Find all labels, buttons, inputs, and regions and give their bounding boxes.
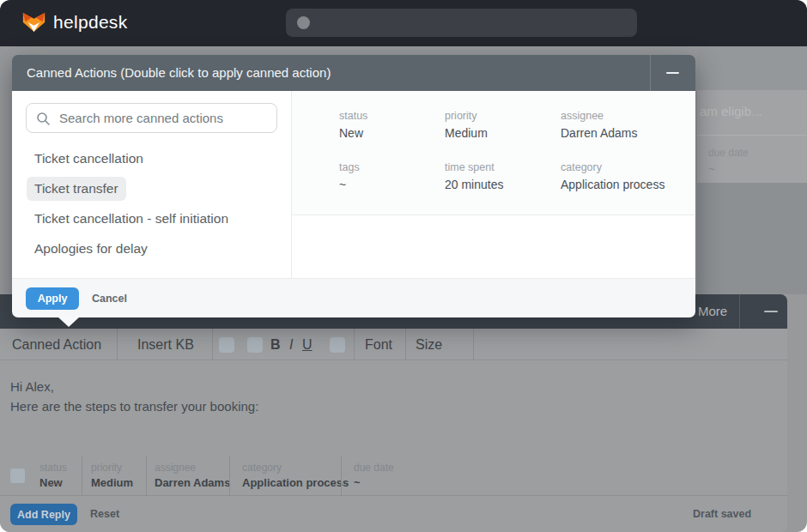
underline-button[interactable]: U — [302, 329, 312, 360]
fox-icon — [22, 11, 46, 33]
due-date-value: ~ — [708, 162, 715, 175]
italic-button[interactable]: I — [289, 329, 293, 360]
reply-text-line: Here are the steps to transfer your book… — [10, 399, 258, 414]
divider — [146, 456, 147, 496]
cancel-button[interactable]: Cancel — [92, 279, 127, 318]
background-ticket-panel: am eligib... due date ~ — [697, 46, 807, 294]
field-tags: tags ~ — [339, 161, 360, 191]
editor-toolbar: Canned Action Insert KB B I U Font Size — [0, 329, 787, 360]
field-priority: priority Medium — [445, 110, 488, 140]
modal-body: Ticket cancellation Ticket transfer Tick… — [12, 91, 695, 278]
more-menu-button[interactable]: More — [698, 294, 727, 329]
canned-actions-list-pane: Ticket cancellation Ticket transfer Tick… — [12, 91, 292, 278]
reply-body[interactable]: Hi Alex, Here are the steps to transfer … — [0, 360, 787, 456]
divider — [229, 456, 230, 496]
select-checkbox[interactable] — [10, 469, 25, 483]
ticket-panel-lower-band — [697, 183, 807, 294]
meta-due-date: due date ~ — [354, 462, 394, 489]
meta-status: status New — [39, 462, 67, 489]
meta-priority: priority Medium — [91, 462, 133, 489]
app-window: helpdesk am eligib... due date ~ More Ca… — [0, 0, 807, 532]
list-item[interactable]: Apologies for delay — [12, 233, 292, 263]
divider — [117, 329, 118, 360]
size-dropdown[interactable]: Size — [416, 329, 442, 360]
search-icon — [297, 16, 310, 29]
reply-text-line: Hi Alex, — [10, 379, 54, 394]
format-icon[interactable] — [219, 337, 234, 353]
modal-minimize-button[interactable] — [650, 55, 695, 91]
field-assignee: assignee Darren Adams — [561, 110, 637, 140]
magnifier-icon — [36, 112, 51, 126]
meta-assignee: assignee Darren Adams — [155, 462, 230, 489]
divider — [212, 329, 213, 360]
canned-actions-modal: Canned Actions (Double click to apply ca… — [12, 55, 695, 317]
format-icon[interactable] — [247, 337, 263, 353]
meta-category: category Application process — [242, 462, 349, 489]
editor-minimize-button[interactable] — [755, 294, 787, 329]
editor-footer: Add Reply Reset Draft saved — [0, 496, 787, 532]
minus-icon — [764, 311, 778, 312]
list-item[interactable]: Ticket cancellation - self initiation — [12, 203, 292, 233]
canned-actions-search[interactable] — [26, 103, 277, 133]
font-dropdown[interactable]: Font — [365, 329, 392, 360]
bold-button[interactable]: B — [270, 329, 281, 360]
global-search-bar[interactable] — [286, 9, 637, 37]
modal-footer: Apply Cancel — [12, 278, 695, 317]
preview-fields-section: status New priority Medium assignee Darr… — [292, 91, 695, 215]
modal-title: Canned Actions (Double click to apply ca… — [27, 55, 331, 91]
field-time-spent: time spent 20 minutes — [445, 161, 503, 191]
field-category: category Application process — [561, 161, 664, 191]
due-date-label: due date — [708, 147, 749, 159]
search-input[interactable] — [58, 105, 272, 131]
brand: helpdesk — [22, 11, 127, 33]
minus-icon — [666, 72, 679, 74]
modal-header: Canned Actions (Double click to apply ca… — [12, 55, 695, 91]
brand-name: helpdesk — [53, 12, 127, 33]
top-bar: helpdesk — [0, 0, 807, 46]
ticket-properties-row: status New priority Medium assignee Darr… — [0, 456, 787, 496]
divider — [82, 456, 82, 496]
divider — [473, 329, 474, 360]
ticket-subject-section: am eligib... — [697, 90, 807, 136]
format-icon[interactable] — [330, 337, 345, 353]
divider — [739, 294, 740, 329]
ticket-panel-header — [697, 46, 807, 90]
field-status: status New — [339, 110, 367, 140]
divider — [341, 456, 342, 496]
apply-button[interactable]: Apply — [26, 287, 79, 310]
list-item-selected[interactable]: Ticket transfer — [12, 173, 292, 203]
add-reply-button[interactable]: Add Reply — [10, 504, 77, 525]
divider — [405, 329, 406, 360]
ticket-due-date-section: due date ~ — [697, 136, 807, 183]
canned-action-button[interactable]: Canned Action — [12, 329, 101, 360]
modal-pointer-caret — [58, 317, 80, 327]
reset-button[interactable]: Reset — [90, 496, 119, 532]
canned-actions-list: Ticket cancellation Ticket transfer Tick… — [12, 143, 292, 263]
reply-editor: Canned Action Insert KB B I U Font Size … — [0, 329, 787, 532]
draft-saved-status: Draft saved — [693, 496, 751, 532]
ticket-subject-snippet: am eligib... — [700, 104, 762, 118]
insert-kb-button[interactable]: Insert KB — [137, 329, 194, 360]
divider — [354, 329, 355, 360]
canned-action-preview-pane: status New priority Medium assignee Darr… — [292, 91, 695, 278]
list-item[interactable]: Ticket cancellation — [12, 143, 292, 173]
